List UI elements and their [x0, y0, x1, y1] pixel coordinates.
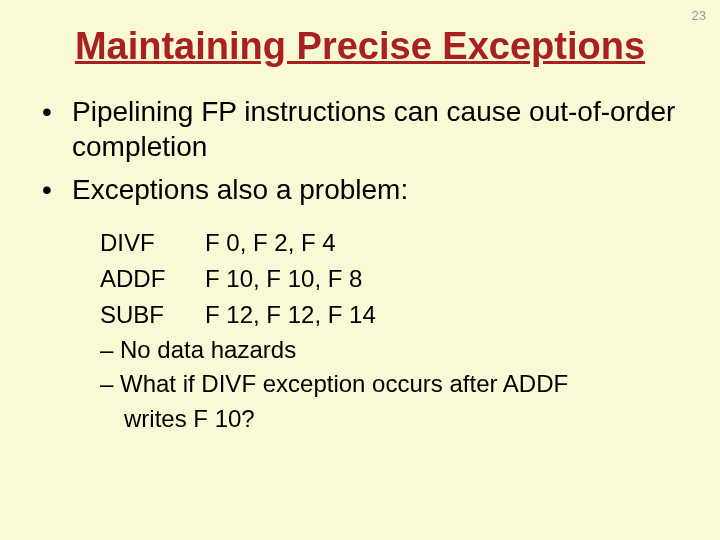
code-op: ADDF: [100, 261, 205, 297]
code-block: DIVF F 0, F 2, F 4 ADDF F 10, F 10, F 8 …: [100, 225, 680, 333]
code-args: F 0, F 2, F 4: [205, 225, 336, 261]
slide-number: 23: [692, 8, 706, 23]
code-args: F 12, F 12, F 14: [205, 297, 376, 333]
code-row: SUBF F 12, F 12, F 14: [100, 297, 680, 333]
code-row: ADDF F 10, F 10, F 8: [100, 261, 680, 297]
sub-note: – No data hazards: [100, 333, 680, 368]
main-bullet-list: Pipelining FP instructions can cause out…: [40, 94, 680, 207]
bullet-item: Exceptions also a problem:: [40, 172, 680, 207]
code-op: DIVF: [100, 225, 205, 261]
sub-note: – What if DIVF exception occurs after AD…: [100, 367, 680, 402]
code-row: DIVF F 0, F 2, F 4: [100, 225, 680, 261]
slide-title: Maintaining Precise Exceptions: [40, 25, 680, 69]
code-op: SUBF: [100, 297, 205, 333]
sub-note-continuation: writes F 10?: [124, 402, 680, 437]
code-args: F 10, F 10, F 8: [205, 261, 362, 297]
bullet-item: Pipelining FP instructions can cause out…: [40, 94, 680, 164]
